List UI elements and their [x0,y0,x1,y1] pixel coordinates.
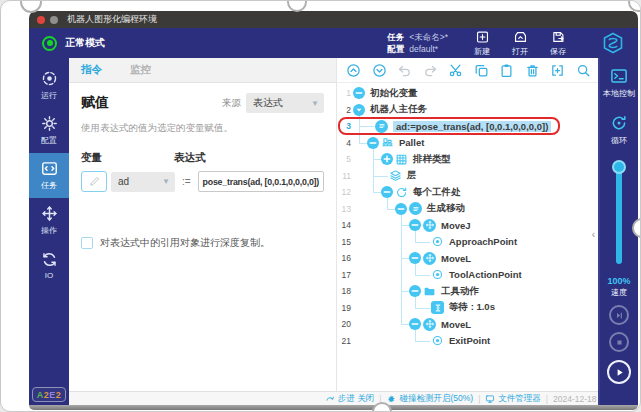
tree-row[interactable]: ExitPoint [353,333,598,350]
deep-copy-checkbox[interactable] [81,237,93,249]
tree-row[interactable]: 每个工件处 [353,184,598,201]
line-number: 4 [337,135,351,152]
header-actions: 新建打开保存 [474,30,566,57]
pencil-icon [89,176,100,187]
config-label: 配置 [387,44,404,54]
new-button[interactable]: 新建 [474,30,490,57]
tree-row-label: 工具动作 [441,285,479,298]
status-step-mode[interactable]: 步进 关闭 [325,393,374,405]
tree-row[interactable]: MoveL [353,316,598,333]
tree-row[interactable]: Pallet [353,135,598,152]
target-icon [431,268,444,281]
open-label: 打开 [512,46,528,57]
variable-select[interactable]: ad ▼ [111,172,175,192]
close-button[interactable] [37,16,45,24]
toggle-minus-icon[interactable] [367,137,379,149]
line-number: 12 [337,184,351,201]
source-select-value: 表达式 [253,96,283,110]
insert-icon[interactable] [550,63,565,78]
tree-row-label: MoveJ [441,220,471,231]
left-sidebar: 运行配置任务操作IOA2E2 [29,58,69,405]
tree-row[interactable]: ToolActionPoint [353,267,598,284]
header: 正常模式 任务<未命名>* 配置default* 新建打开保存 [29,28,638,58]
chevron-down-icon: ▼ [156,177,170,186]
cut-icon[interactable] [448,63,463,78]
collapse-all-icon[interactable] [346,63,361,78]
tree-row[interactable]: 工具动作 [353,283,598,300]
toggle-down-icon[interactable] [353,104,365,116]
open-button[interactable]: 打开 [512,30,528,57]
line-number: 17 [337,267,351,284]
expand-all-icon[interactable] [372,63,387,78]
delete-icon[interactable] [525,63,540,78]
new-label: 新建 [474,46,490,57]
line-number: 5 [337,151,351,168]
badge-letter: 2 [56,390,62,400]
tree-row[interactable]: ad:=pose_trans(ad, [0,0.1,0,0,0,0]) [353,118,598,135]
toggle-minus-icon[interactable] [353,87,365,99]
new-icon [475,30,490,44]
tree-row-label: 等待 : 1.0s [449,301,495,314]
line-number: 14 [337,217,351,234]
tree-row[interactable]: 等待 : 1.0s [353,300,598,317]
window-title: 机器人图形化编程环境 [67,13,157,26]
mode-indicator-group: 正常模式 [42,36,105,51]
speed-slider[interactable] [615,160,623,268]
tree-row[interactable]: 层 [353,168,598,185]
variable-select-value: ad [118,176,129,187]
inspector-content: 赋值 来源 表达式 ▼ 使用表达式的值为选定的变量赋值。 [69,83,336,391]
toggle-minus-icon[interactable] [409,252,421,264]
status-collision-check[interactable]: 碰撞检测开启(50%) [386,393,473,405]
sidebar-item-task[interactable]: 任务 [29,153,69,198]
config-value: default* [409,44,438,54]
mode-label: 正常模式 [65,36,105,50]
sidebar-item-run[interactable]: 运行 [29,63,69,108]
toggle-minus-icon[interactable] [409,285,421,297]
status-file-manager[interactable]: 文件管理器 [485,393,541,405]
paste-icon[interactable] [499,63,514,78]
normal-mode-indicator-icon [42,36,57,51]
toggle-minus-icon[interactable] [409,318,421,330]
assign-symbol: := [182,176,191,187]
tree-row-label: 排样类型 [413,153,451,166]
search-icon[interactable] [576,63,591,78]
tree-toolbar [337,58,598,83]
sidebar-item-operate[interactable]: 操作 [29,198,69,243]
toggle-minus-icon[interactable] [395,203,407,215]
tree-row[interactable]: 生成移动 [353,201,598,218]
loop-label: 循环 [611,135,627,146]
local-control-button[interactable]: 本地控制 [603,67,635,99]
save-button[interactable]: 保存 [550,30,566,57]
tree-row[interactable]: MoveL [353,250,598,267]
sidebar-item-io[interactable]: IO [29,243,69,288]
tree-row[interactable]: MoveJ [353,217,598,234]
tree-row[interactable]: 排样类型 [353,151,598,168]
tree-row[interactable]: 初始化变量 [353,85,598,102]
speed-value: 100% [607,276,630,286]
toggle-minus-icon[interactable] [409,219,421,231]
edit-variable-button[interactable] [81,171,107,192]
tab-monitor[interactable]: 监控 [130,63,151,77]
source-select[interactable]: 表达式 ▼ [246,93,324,113]
copy-icon[interactable] [474,63,489,78]
instruction-title: 赋值 [81,94,109,112]
loop-button[interactable]: 循环 [610,114,628,146]
toggle-minus-icon[interactable] [381,186,393,198]
stop-icon [614,337,625,348]
minimize-button[interactable] [50,16,58,24]
toggle-plus-icon[interactable] [381,153,393,165]
line-number: 20 [337,316,351,333]
assign-icon [375,120,388,133]
badge-letter: A [37,390,44,400]
speed-slider-knob[interactable] [612,160,626,174]
line-number: 15 [337,234,351,251]
stop-button [609,332,629,352]
tab-instruction[interactable]: 指令 [81,63,102,77]
page: 机器人图形化编程环境 正常模式 任务<未命名>* 配置default* 新建打开… [0,0,641,412]
expression-input[interactable]: pose_trans(ad, [0,0.1,0,0,0,0]) [198,171,324,192]
play-button[interactable] [607,360,631,384]
tree-row[interactable]: ApproachPoint [353,234,598,251]
sidebar-item-label: 配置 [41,135,57,146]
sidebar-item-config[interactable]: 配置 [29,108,69,153]
tree-row[interactable]: 机器人主任务 [353,102,598,119]
